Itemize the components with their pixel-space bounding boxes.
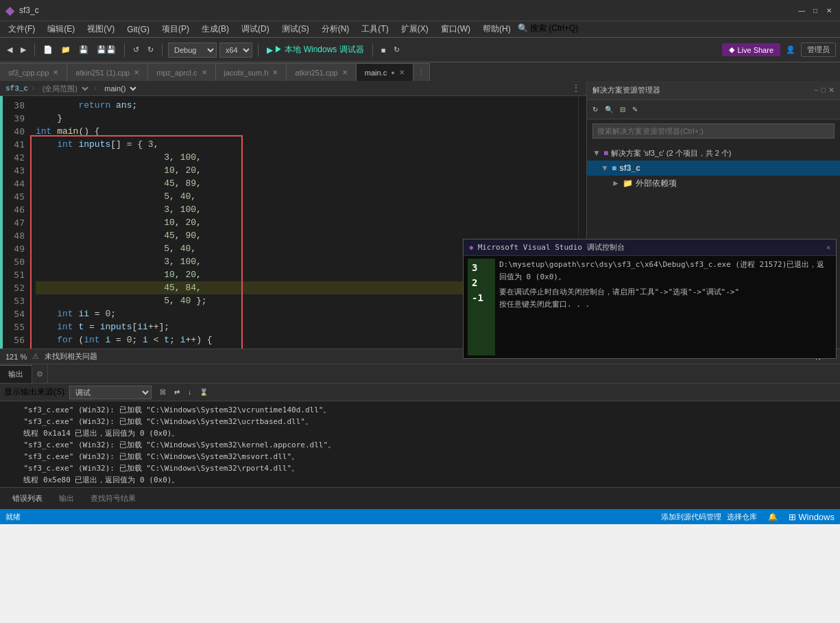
code-line-44: 3, 100, (36, 151, 573, 164)
redo-button[interactable]: ↻ (145, 42, 156, 58)
menu-test[interactable]: 测试(S) (276, 22, 315, 36)
breadcrumb-bar: sf3_c › (全局范围) › main() ⋮ (0, 81, 586, 96)
menu-window[interactable]: 窗口(W) (435, 22, 476, 36)
tab-atkin251[interactable]: atkin251.cpp ✕ (287, 63, 356, 81)
config-select[interactable]: Debug Release (168, 43, 217, 58)
tab-close-atkin251-1[interactable]: ✕ (134, 69, 139, 76)
menu-bar: 文件(F) 编辑(E) 视图(V) Git(G) 项目(P) 生成(B) 调试(… (0, 21, 840, 37)
menu-analyze[interactable]: 分析(N) (316, 22, 355, 36)
split-button[interactable]: ⋮ (571, 82, 581, 94)
output-tab-settings[interactable]: ⚙ (32, 365, 48, 383)
liveshare-button[interactable]: ◆ Live Share (722, 43, 780, 56)
search-bar[interactable]: 🔍 搜索 (Ctrl+Q) (518, 23, 837, 36)
tab-close-sf3cpp[interactable]: ✕ (53, 69, 58, 76)
forward-button[interactable]: ▶ (18, 42, 29, 58)
se-sync-button[interactable]: ↻ (590, 102, 601, 118)
tree-project-sf3c[interactable]: ▼ ■ sf3_c (587, 161, 840, 176)
bottom-tab-errors[interactable]: 错误列表 (5, 491, 49, 506)
bottom-tab-output[interactable]: 输出 (52, 491, 81, 506)
output-scroll-button[interactable]: ↓ (185, 384, 194, 401)
tab-close-mpz[interactable]: ✕ (202, 69, 207, 76)
undo-button[interactable]: ↺ (130, 42, 142, 58)
add-to-source-button[interactable]: 添加到源代码管理 (661, 512, 721, 522)
notification-bell[interactable]: 🔔 (768, 513, 778, 521)
menu-view[interactable]: 视图(V) (82, 22, 120, 36)
title-bar-left: ◆ sf3_c (5, 4, 39, 17)
debug-number-3: -1 (472, 290, 491, 305)
se-float-button[interactable]: □ (821, 86, 826, 95)
tree-external-deps[interactable]: ► 📁 外部依赖项 (587, 176, 840, 191)
se-pin-button[interactable]: − (814, 86, 818, 95)
menu-extensions[interactable]: 扩展(X) (396, 22, 434, 36)
platform-select[interactable]: x64 x86 (219, 43, 252, 58)
status-icon: ⚠ (32, 352, 39, 361)
output-content[interactable]: "sf3_c.exe" (Win32): 已加载 "C:\Windows\Sys… (0, 401, 840, 487)
select-repo-button[interactable]: 选择仓库 (727, 512, 757, 522)
output-tab-output[interactable]: 输出 (0, 365, 32, 383)
output-line-7: 线程 0x5e80 已退出，返回值为 0 (0x0)。 (5, 474, 835, 486)
toolbar-separator-3 (162, 43, 163, 57)
toolbar: ◀ ▶ 📄 📁 💾 💾💾 ↺ ↻ Debug Release x64 x86 ▶… (0, 37, 840, 62)
tab-close-atkin251[interactable]: ✕ (342, 69, 348, 76)
menu-file[interactable]: 文件(F) (3, 22, 40, 36)
tab-modified-dot: ● (391, 69, 394, 76)
tab-mpz[interactable]: mpz_aprcl.c ✕ (148, 63, 215, 81)
se-search-container (587, 119, 840, 143)
minimize-button[interactable]: — (796, 5, 807, 16)
tab-label: sf3_cpp.cpp (8, 69, 49, 77)
output-timestamp-button[interactable]: ⌛ (197, 384, 211, 401)
debug-console-icon: ◆ (469, 243, 474, 252)
open-button[interactable]: 📁 (58, 42, 73, 58)
toolbar-extra-2[interactable]: ↻ (391, 42, 403, 58)
bottom-tab-find-results[interactable]: 查找符号结果 (84, 491, 143, 506)
menu-git[interactable]: Git(G) (121, 23, 155, 36)
breadcrumb-function[interactable]: main() (100, 82, 139, 95)
close-button[interactable]: ✕ (824, 5, 835, 16)
solution-search-input[interactable] (592, 124, 835, 139)
tab-mainc[interactable]: main.c ● ✕ (357, 63, 413, 81)
code-line-38: return ans; (36, 99, 573, 112)
menu-project[interactable]: 项目(P) (156, 22, 195, 36)
debug-console-close[interactable]: ✕ (826, 244, 830, 251)
menu-help[interactable]: 帮助(H) (477, 22, 516, 36)
tab-close-mainc[interactable]: ✕ (399, 69, 405, 76)
tree-expand-icon: ▼ (592, 148, 601, 158)
menu-build[interactable]: 生成(B) (196, 22, 235, 36)
maximize-button[interactable]: □ (810, 5, 821, 16)
save-all-button[interactable]: 💾💾 (94, 42, 119, 58)
save-button[interactable]: 💾 (76, 42, 91, 58)
debug-text-line-1: D:\mysetup\gopath\src\dsy\sf3_c\x64\Debu… (499, 259, 828, 283)
toolbar-separator-2 (124, 43, 125, 57)
windows-icon: ⊞ Windows (789, 512, 835, 522)
tab-close-jacobi[interactable]: ✕ (272, 69, 278, 76)
se-properties-button[interactable]: ✎ (629, 102, 640, 118)
debug-console-title: Microsoft Visual Studio 调试控制台 (478, 242, 625, 252)
output-wrap-button[interactable]: ⇄ (171, 384, 182, 401)
se-collapse-button[interactable]: ⊟ (617, 102, 628, 118)
se-header-buttons: − □ ✕ (814, 86, 835, 95)
profile-button[interactable]: 👤 (783, 42, 798, 58)
menu-tools[interactable]: 工具(T) (356, 22, 394, 36)
toolbar-extra-1[interactable]: ■ (379, 42, 389, 58)
code-line-43: int inputs[] = { 3, (36, 138, 573, 151)
run-button[interactable]: ▶ ▶ 本地 Windows 调试器 (264, 42, 367, 58)
debug-number-1: 3 (472, 260, 491, 275)
tab-label: mpz_aprcl.c (156, 69, 197, 77)
se-filter-button[interactable]: 🔍 (602, 102, 616, 118)
output-clear-button[interactable]: ☒ (157, 384, 169, 401)
breadcrumb-file[interactable]: sf3_c (5, 84, 28, 93)
manage-button[interactable]: 管理员 (801, 43, 836, 57)
tab-jacobi[interactable]: jacobi_sum.h ✕ (216, 63, 287, 81)
tab-sf3cpp[interactable]: sf3_cpp.cpp ✕ (0, 63, 67, 81)
tab-atkin251-1[interactable]: atkin251 (1).cpp ✕ (67, 63, 148, 81)
tree-solution[interactable]: ▼ ■ 解决方案 'sf3_c' (2 个项目，共 2 个) (587, 145, 840, 161)
breadcrumb-scope[interactable]: (全局范围) (38, 82, 91, 95)
tab-settings[interactable]: ⋮ (413, 63, 430, 81)
menu-debug[interactable]: 调试(D) (236, 22, 275, 36)
new-file-button[interactable]: 📄 (40, 42, 56, 58)
output-source-select[interactable]: 调试 生成 (69, 386, 152, 399)
menu-edit[interactable]: 编辑(E) (42, 22, 80, 36)
se-close-button[interactable]: ✕ (828, 86, 835, 95)
line-numbers: 38 39 40 41 42 43 44 45 46 47 48 49 50 5… (3, 96, 30, 349)
back-button[interactable]: ◀ (4, 42, 15, 58)
